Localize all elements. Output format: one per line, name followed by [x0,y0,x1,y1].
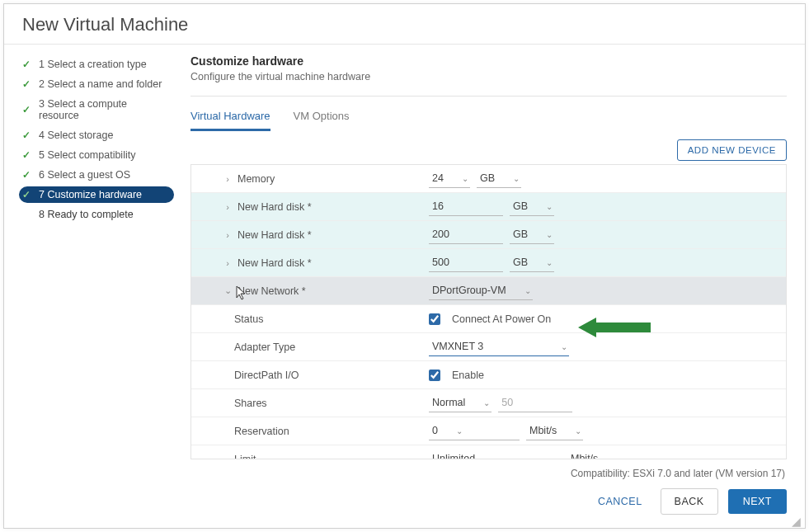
disk-label: New Hard disk * [238,257,312,269]
checkmark-icon [22,78,34,90]
memory-label: Memory [238,173,275,185]
disk-unit: GB [513,200,528,212]
reservation-unit: Mbit/s [529,425,557,436]
directpath-enable-checkbox[interactable] [429,370,440,381]
disk-size-input[interactable] [429,225,503,244]
caret-down-icon: ⌄ [616,454,623,459]
footer: CANCEL BACK NEXT [4,477,805,528]
caret-down-icon: ⌄ [462,174,468,183]
adapter-value: VMXNET 3 [432,341,483,352]
chevron-right-icon[interactable]: › [223,202,233,212]
row-shares: Shares Normal⌄ [191,389,786,417]
checkmark-icon [22,149,34,161]
shares-value: Normal [432,397,465,408]
toolbar: ADD NEW DEVICE [190,139,787,161]
row-adapter-type: Adapter Type VMXNET 3⌄ [191,333,786,361]
step-8[interactable]: 8 Ready to complete [19,206,174,223]
caret-down-icon: ⌄ [575,426,581,435]
row-disk-0: ›New Hard disk * GB⌄ [191,193,786,221]
section-title: Customize hardware [190,54,787,68]
main-panel: Customize hardware Configure the virtual… [182,45,805,479]
checkmark-icon [22,169,34,181]
network-label: New Network * [238,285,306,297]
resize-handle-icon[interactable]: ◢ [792,515,802,525]
reservation-select[interactable]: 0⌄ [429,421,520,440]
enable-label: Enable [452,370,484,381]
disk-unit: GB [513,228,528,240]
limit-select[interactable]: Unlimited⌄ [429,450,561,459]
limit-unit-select[interactable]: Mbit/s⌄ [567,450,624,459]
empty-icon [22,209,34,220]
connect-power-on-checkbox[interactable] [429,313,440,325]
limit-label: Limit [234,454,256,459]
shares-label: Shares [234,398,267,409]
reservation-label: Reservation [234,426,289,437]
shares-number-input [498,393,572,412]
network-portgroup-select[interactable]: DPortGroup-VM⌄ [429,281,533,300]
step-7[interactable]: 7 Customize hardware [19,186,174,203]
disk-unit: GB [513,257,528,268]
step-5[interactable]: 5 Select compatibility [19,147,174,163]
connect-label: Connect At Power On [452,313,551,325]
limit-unit: Mbit/s [571,453,598,459]
modal-title: New Virtual Machine [4,4,805,45]
back-button[interactable]: BACK [661,488,718,515]
step-2[interactable]: 2 Select a name and folder [19,76,174,92]
cursor-icon [234,285,247,301]
tab-vm-options[interactable]: VM Options [294,105,350,131]
caret-down-icon: ⌄ [456,426,463,435]
step-label: 2 Select a name and folder [39,78,162,90]
caret-down-icon: ⌄ [546,202,553,211]
shares-select[interactable]: Normal⌄ [429,393,492,412]
row-network: ⌄New Network * DPortGroup-VM⌄ [191,277,786,305]
checkmark-icon [22,59,34,70]
memory-value-select[interactable]: 24⌄ [429,169,470,188]
chevron-right-icon[interactable]: › [223,258,233,268]
chevron-right-icon[interactable]: › [223,230,233,240]
disk-size-input[interactable] [429,197,503,216]
chevron-right-icon[interactable]: › [223,174,233,184]
status-label: Status [234,313,263,325]
step-1[interactable]: 1 Select a creation type [19,56,174,73]
checkmark-icon [22,104,34,115]
hardware-panel: ›Memory 24⌄ GB⌄ ›New Hard disk * GB⌄ [190,164,787,459]
cancel-button[interactable]: CANCEL [590,489,651,514]
memory-unit: GB [480,172,495,184]
row-disk-2: ›New Hard disk * GB⌄ [191,249,786,277]
wizard-modal: New Virtual Machine 1 Select a creation … [3,3,806,529]
row-disk-1: ›New Hard disk * GB⌄ [191,221,786,249]
step-6[interactable]: 6 Select a guest OS [19,167,174,183]
checkmark-icon [22,189,34,200]
caret-down-icon: ⌄ [493,454,500,459]
caret-down-icon: ⌄ [561,342,567,351]
disk-unit-select[interactable]: GB⌄ [510,225,554,244]
hardware-scroll[interactable]: ›Memory 24⌄ GB⌄ ›New Hard disk * GB⌄ [191,165,786,459]
disk-unit-select[interactable]: GB⌄ [510,197,554,216]
row-memory: ›Memory 24⌄ GB⌄ [191,165,786,193]
adapter-type-select[interactable]: VMXNET 3⌄ [429,337,569,356]
wizard-steps: 1 Select a creation type 2 Select a name… [4,45,182,479]
tab-virtual-hardware[interactable]: Virtual Hardware [190,105,270,131]
memory-unit-select[interactable]: GB⌄ [477,169,521,188]
limit-value: Unlimited [432,453,475,459]
disk-size-input[interactable] [429,253,503,272]
caret-down-icon: ⌄ [513,174,520,183]
row-directpath: DirectPath I/O Enable [191,361,786,389]
step-3[interactable]: 3 Select a compute resource [19,96,174,124]
tabs: Virtual Hardware VM Options [190,97,787,131]
chevron-down-icon[interactable]: ⌄ [223,285,233,296]
checkmark-icon [22,129,34,141]
step-label: 3 Select a compute resource [39,98,169,121]
adapter-type-label: Adapter Type [234,341,295,353]
step-label: 7 Customize hardware [39,189,142,200]
portgroup-value: DPortGroup-VM [432,285,506,296]
directpath-label: DirectPath I/O [234,370,299,381]
caret-down-icon: ⌄ [546,230,553,239]
step-4[interactable]: 4 Select storage [19,127,174,144]
disk-unit-select[interactable]: GB⌄ [510,253,554,272]
next-button[interactable]: NEXT [728,489,787,514]
add-new-device-button[interactable]: ADD NEW DEVICE [677,139,787,161]
step-label: 4 Select storage [39,129,113,141]
caret-down-icon: ⌄ [524,286,531,295]
reservation-unit-select[interactable]: Mbit/s⌄ [526,421,583,440]
